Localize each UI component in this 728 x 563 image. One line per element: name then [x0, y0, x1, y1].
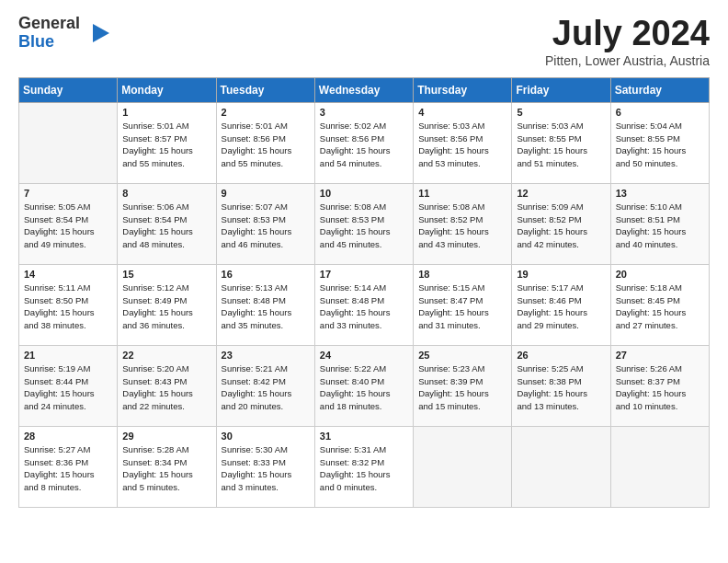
day-number: 26: [517, 350, 605, 361]
day-number: 21: [24, 350, 112, 361]
weekday-header: Sunday: [19, 77, 118, 102]
calendar-day-cell: 16Sunrise: 5:13 AM Sunset: 8:48 PM Dayli…: [216, 264, 314, 345]
calendar-day-cell: [610, 426, 709, 507]
calendar-day-cell: 17Sunrise: 5:14 AM Sunset: 8:48 PM Dayli…: [314, 264, 413, 345]
weekday-header: Friday: [512, 77, 610, 102]
calendar-day-cell: 12Sunrise: 5:09 AM Sunset: 8:52 PM Dayli…: [512, 183, 610, 264]
calendar-day-cell: 11Sunrise: 5:08 AM Sunset: 8:52 PM Dayli…: [414, 183, 512, 264]
calendar-table: SundayMondayTuesdayWednesdayThursdayFrid…: [18, 77, 710, 508]
day-number: 13: [616, 188, 704, 199]
day-number: 27: [616, 350, 704, 361]
day-number: 5: [517, 107, 605, 118]
day-info: Sunrise: 5:06 AM Sunset: 8:54 PM Dayligh…: [122, 201, 210, 251]
location-subtitle: Pitten, Lower Austria, Austria: [545, 53, 710, 68]
calendar-day-cell: 24Sunrise: 5:22 AM Sunset: 8:40 PM Dayli…: [314, 345, 413, 426]
calendar-day-cell: 21Sunrise: 5:19 AM Sunset: 8:44 PM Dayli…: [19, 345, 118, 426]
calendar-day-cell: [19, 102, 118, 183]
calendar-week-row: 21Sunrise: 5:19 AM Sunset: 8:44 PM Dayli…: [19, 345, 710, 426]
day-info: Sunrise: 5:05 AM Sunset: 8:54 PM Dayligh…: [24, 201, 112, 251]
day-number: 22: [122, 350, 210, 361]
title-block: July 2024 Pitten, Lower Austria, Austria: [545, 15, 710, 68]
day-info: Sunrise: 5:25 AM Sunset: 8:38 PM Dayligh…: [517, 362, 605, 413]
day-info: Sunrise: 5:30 AM Sunset: 8:33 PM Dayligh…: [222, 443, 310, 494]
day-number: 20: [616, 269, 704, 280]
day-number: 31: [320, 431, 408, 442]
calendar-day-cell: 27Sunrise: 5:26 AM Sunset: 8:37 PM Dayli…: [610, 345, 709, 426]
calendar-week-row: 1Sunrise: 5:01 AM Sunset: 8:57 PM Daylig…: [19, 102, 710, 183]
day-info: Sunrise: 5:13 AM Sunset: 8:48 PM Dayligh…: [222, 282, 310, 332]
calendar-day-cell: 4Sunrise: 5:03 AM Sunset: 8:56 PM Daylig…: [414, 102, 512, 183]
day-info: Sunrise: 5:23 AM Sunset: 8:39 PM Dayligh…: [418, 362, 506, 413]
page-header: General Blue July 2024 Pitten, Lower Aus…: [18, 15, 710, 68]
day-info: Sunrise: 5:21 AM Sunset: 8:42 PM Dayligh…: [222, 362, 310, 413]
weekday-header: Tuesday: [216, 77, 314, 102]
day-number: 14: [24, 269, 112, 280]
day-number: 19: [517, 269, 605, 280]
day-info: Sunrise: 5:22 AM Sunset: 8:40 PM Dayligh…: [320, 362, 408, 413]
weekday-header: Thursday: [414, 77, 512, 102]
day-info: Sunrise: 5:03 AM Sunset: 8:56 PM Dayligh…: [418, 120, 506, 170]
day-info: Sunrise: 5:08 AM Sunset: 8:53 PM Dayligh…: [320, 201, 408, 251]
day-info: Sunrise: 5:28 AM Sunset: 8:34 PM Dayligh…: [122, 443, 210, 494]
calendar-day-cell: 3Sunrise: 5:02 AM Sunset: 8:56 PM Daylig…: [314, 102, 413, 183]
calendar-day-cell: 2Sunrise: 5:01 AM Sunset: 8:56 PM Daylig…: [216, 102, 314, 183]
calendar-day-cell: 9Sunrise: 5:07 AM Sunset: 8:53 PM Daylig…: [216, 183, 314, 264]
day-info: Sunrise: 5:17 AM Sunset: 8:46 PM Dayligh…: [517, 282, 605, 332]
day-info: Sunrise: 5:26 AM Sunset: 8:37 PM Dayligh…: [616, 362, 704, 413]
calendar-day-cell: 29Sunrise: 5:28 AM Sunset: 8:34 PM Dayli…: [118, 426, 216, 507]
calendar-day-cell: 1Sunrise: 5:01 AM Sunset: 8:57 PM Daylig…: [118, 102, 216, 183]
day-info: Sunrise: 5:02 AM Sunset: 8:56 PM Dayligh…: [320, 120, 408, 170]
calendar-day-cell: 20Sunrise: 5:18 AM Sunset: 8:45 PM Dayli…: [610, 264, 709, 345]
calendar-week-row: 14Sunrise: 5:11 AM Sunset: 8:50 PM Dayli…: [19, 264, 710, 345]
day-number: 7: [24, 188, 112, 199]
day-info: Sunrise: 5:12 AM Sunset: 8:49 PM Dayligh…: [122, 282, 210, 332]
logo-general-text: General: [18, 14, 80, 32]
day-number: 23: [222, 350, 310, 361]
calendar-day-cell: 30Sunrise: 5:30 AM Sunset: 8:33 PM Dayli…: [216, 426, 314, 507]
day-info: Sunrise: 5:27 AM Sunset: 8:36 PM Dayligh…: [24, 443, 112, 494]
day-number: 2: [222, 107, 310, 118]
day-info: Sunrise: 5:18 AM Sunset: 8:45 PM Dayligh…: [616, 282, 704, 332]
calendar-day-cell: 10Sunrise: 5:08 AM Sunset: 8:53 PM Dayli…: [314, 183, 413, 264]
calendar-week-row: 7Sunrise: 5:05 AM Sunset: 8:54 PM Daylig…: [19, 183, 710, 264]
calendar-day-cell: 7Sunrise: 5:05 AM Sunset: 8:54 PM Daylig…: [19, 183, 118, 264]
day-number: 18: [418, 269, 506, 280]
day-number: 4: [418, 107, 506, 118]
header-row: SundayMondayTuesdayWednesdayThursdayFrid…: [19, 77, 710, 102]
day-number: 10: [320, 188, 408, 199]
calendar-day-cell: 25Sunrise: 5:23 AM Sunset: 8:39 PM Dayli…: [414, 345, 512, 426]
calendar-day-cell: [414, 426, 512, 507]
calendar-day-cell: 31Sunrise: 5:31 AM Sunset: 8:32 PM Dayli…: [314, 426, 413, 507]
calendar-day-cell: 14Sunrise: 5:11 AM Sunset: 8:50 PM Dayli…: [19, 264, 118, 345]
day-number: 15: [122, 269, 210, 280]
day-info: Sunrise: 5:01 AM Sunset: 8:57 PM Dayligh…: [122, 120, 210, 170]
day-info: Sunrise: 5:19 AM Sunset: 8:44 PM Dayligh…: [24, 362, 112, 413]
calendar-day-cell: 8Sunrise: 5:06 AM Sunset: 8:54 PM Daylig…: [118, 183, 216, 264]
calendar-day-cell: 5Sunrise: 5:03 AM Sunset: 8:55 PM Daylig…: [512, 102, 610, 183]
calendar-day-cell: 28Sunrise: 5:27 AM Sunset: 8:36 PM Dayli…: [19, 426, 118, 507]
calendar-day-cell: 18Sunrise: 5:15 AM Sunset: 8:47 PM Dayli…: [414, 264, 512, 345]
calendar-day-cell: 19Sunrise: 5:17 AM Sunset: 8:46 PM Dayli…: [512, 264, 610, 345]
day-number: 25: [418, 350, 506, 361]
day-info: Sunrise: 5:20 AM Sunset: 8:43 PM Dayligh…: [122, 362, 210, 413]
day-info: Sunrise: 5:09 AM Sunset: 8:52 PM Dayligh…: [517, 201, 605, 251]
calendar-day-cell: 6Sunrise: 5:04 AM Sunset: 8:55 PM Daylig…: [610, 102, 709, 183]
day-info: Sunrise: 5:03 AM Sunset: 8:55 PM Dayligh…: [517, 120, 605, 170]
day-info: Sunrise: 5:04 AM Sunset: 8:55 PM Dayligh…: [616, 120, 704, 170]
day-number: 6: [616, 107, 704, 118]
weekday-header: Saturday: [610, 77, 709, 102]
calendar-day-cell: 15Sunrise: 5:12 AM Sunset: 8:49 PM Dayli…: [118, 264, 216, 345]
day-info: Sunrise: 5:10 AM Sunset: 8:51 PM Dayligh…: [616, 201, 704, 251]
day-info: Sunrise: 5:08 AM Sunset: 8:52 PM Dayligh…: [418, 201, 506, 251]
calendar-day-cell: 26Sunrise: 5:25 AM Sunset: 8:38 PM Dayli…: [512, 345, 610, 426]
day-info: Sunrise: 5:15 AM Sunset: 8:47 PM Dayligh…: [418, 282, 506, 332]
calendar-day-cell: 23Sunrise: 5:21 AM Sunset: 8:42 PM Dayli…: [216, 345, 314, 426]
logo: General Blue: [18, 15, 109, 52]
day-info: Sunrise: 5:11 AM Sunset: 8:50 PM Dayligh…: [24, 282, 112, 332]
day-number: 12: [517, 188, 605, 199]
day-number: 8: [122, 188, 210, 199]
day-number: 1: [122, 107, 210, 118]
day-number: 17: [320, 269, 408, 280]
calendar-week-row: 28Sunrise: 5:27 AM Sunset: 8:36 PM Dayli…: [19, 426, 710, 507]
day-number: 29: [122, 431, 210, 442]
